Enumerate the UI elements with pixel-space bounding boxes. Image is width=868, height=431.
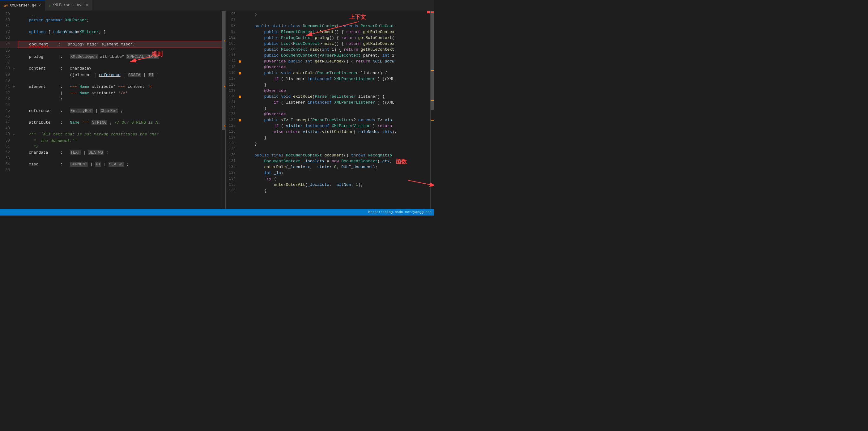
table-row: 33 xyxy=(0,35,225,41)
table-row: 52 chardata : TEXT | SEA_WS ; xyxy=(0,150,225,156)
scroll-marker-1 xyxy=(224,86,225,87)
scroll-marker-3 xyxy=(224,40,225,41)
table-row: 43 ; xyxy=(0,96,225,102)
table-row: 123 @Override xyxy=(226,111,434,117)
error-indicator xyxy=(427,11,430,13)
warning-marker-3 xyxy=(431,120,434,121)
tab-g4[interactable]: g4 XMLParser.g4 × xyxy=(0,0,45,10)
table-row: 35 xyxy=(0,48,225,54)
table-row: 134 try { xyxy=(226,176,434,182)
table-row: 30 parser grammar XMLParser; xyxy=(0,17,225,23)
table-row: 120 ↑ public void exitRule(ParseTreeList… xyxy=(226,94,434,99)
table-row: 124 ↑ public <T> T accept(ParseTreeVisit… xyxy=(226,117,434,123)
table-row: 119 @Override xyxy=(226,88,434,94)
table-row: 40 xyxy=(0,78,225,84)
table-row: 37 xyxy=(0,60,225,66)
table-row: 127 } xyxy=(226,135,434,141)
table-row: 135 enterOuterAlt(_localctx, altNum: 1); xyxy=(226,182,434,188)
java-icon: ☕ xyxy=(49,3,51,7)
table-row: 96 } xyxy=(226,11,434,17)
table-row: 29 ... xyxy=(0,11,225,17)
table-row: 133 int _la; xyxy=(226,170,434,176)
document-function-line: 130 public final DocumentContext documen… xyxy=(226,152,434,158)
highlighted-rule-line: 34 document : prolog? misc* element misc… xyxy=(0,41,225,48)
table-row: 55 xyxy=(0,167,225,173)
table-row: 129 xyxy=(226,147,434,152)
editors-row: 规则 29 xyxy=(0,11,434,209)
table-row: 47 attribute : Name '=' STRING ; // Our … xyxy=(0,120,225,126)
error-marker-top xyxy=(431,11,434,13)
table-row: 31 xyxy=(0,23,225,29)
table-row: 99 public ElementContext element() { ret… xyxy=(226,29,434,35)
g4-icon: g4 xyxy=(4,4,8,7)
table-row: 44 xyxy=(0,102,225,108)
tab-java-close[interactable]: × xyxy=(85,3,88,8)
table-row: 49 ▽ /** ``All text that is not markup c… xyxy=(0,131,225,138)
tab-bar: g4 XMLParser.g4 × ☕ XMLParser.java × xyxy=(0,0,434,11)
table-row: 98 public static class DocumentContext e… xyxy=(226,23,434,29)
table-row: 54 misc : COMMENT | PI | SEA_WS ; xyxy=(0,161,225,167)
tab-g4-label: XMLParser.g4 xyxy=(9,3,36,8)
table-row: 131 DocumentContext _localctx = new Docu… xyxy=(226,158,434,164)
left-code-area[interactable]: 规则 29 xyxy=(0,11,225,209)
left-scrollbar-thumb xyxy=(222,11,225,130)
right-code-lines: 96 } 97 98 public stati xyxy=(226,11,434,194)
table-row: 97 xyxy=(226,17,434,23)
table-row: 45 reference : EntityRef | CharRef ; xyxy=(0,108,225,114)
tab-java-label: XMLParser.java xyxy=(53,3,84,7)
table-row: 118 } xyxy=(226,82,434,88)
table-row: 116 public void enterRule(ParseTreeListe… xyxy=(226,70,434,76)
table-row: 38 ▽ content : chardata? xyxy=(0,66,225,72)
table-row: 108 public MiscContext misc(int i) { ret… xyxy=(226,47,434,53)
table-row: 128 } xyxy=(226,141,434,147)
table-row: 117 if ( listener instanceof XMLParserLi… xyxy=(226,76,434,82)
table-row: 105 public List<MiscContext> misc() { re… xyxy=(226,41,434,47)
editor-container: g4 XMLParser.g4 × ☕ XMLParser.java × 规则 xyxy=(0,0,434,216)
table-row: 42 | ~~~ Name attribute* '/>' xyxy=(0,90,225,96)
table-row: 125 if ( visitor instanceof XMLParserVis… xyxy=(226,123,434,129)
table-row: 115 @Override xyxy=(226,64,434,70)
warning-marker-1 xyxy=(431,70,434,71)
table-row: 50 * the document.'' xyxy=(0,138,225,144)
table-row: 41 ▽ element : ~~~ Name attribute* ~~~ c… xyxy=(0,84,225,90)
table-row: 39 ((element | reference | CDATA | PI | xyxy=(0,72,225,78)
left-code-lines: 29 ... 30 parser grammar XMLParser; 31 xyxy=(0,11,225,174)
status-bar: https://blog.csdn.net/yangguosb xyxy=(0,209,434,216)
table-row: 53 xyxy=(0,156,225,161)
tab-g4-close[interactable]: × xyxy=(38,3,41,8)
status-link[interactable]: https://blog.csdn.net/yangguosb xyxy=(368,210,432,214)
right-editor-pane: 上下文 函数 xyxy=(226,11,434,209)
table-row: 136 { xyxy=(226,188,434,193)
table-row: 51 */ xyxy=(0,144,225,150)
table-row: 46 xyxy=(0,114,225,120)
right-code-area[interactable]: 96 } 97 98 public stati xyxy=(226,11,434,209)
table-row: 48 xyxy=(0,126,225,131)
right-scrollbar[interactable] xyxy=(430,11,434,209)
table-row: 32 options { tokenVocab=XMLLexer; } xyxy=(0,29,225,35)
table-row: 102 public PrologContext prolog() { retu… xyxy=(226,35,434,41)
left-scrollbar[interactable] xyxy=(222,11,225,209)
table-row: 114 ↑ @Override public int getRuleIndex(… xyxy=(226,58,434,64)
scroll-marker-2 xyxy=(224,126,225,126)
table-row: 111 public DocumentContext(ParserRuleCon… xyxy=(226,53,434,58)
table-row: 121 if ( listener instanceof XMLParserLi… xyxy=(226,99,434,105)
left-editor-pane: 规则 29 xyxy=(0,11,226,209)
table-row: 122 } xyxy=(226,105,434,111)
table-row: 132 enterRule(_localctx, state: 0, RULE_… xyxy=(226,164,434,170)
table-row: 36 prolog : XMLDeclOpen attribute* SPECI… xyxy=(0,54,225,60)
tab-java[interactable]: ☕ XMLParser.java × xyxy=(45,0,92,10)
right-scrollbar-thumb xyxy=(431,11,434,110)
table-row: 126 else return visitor.visitChildren( r… xyxy=(226,129,434,135)
warning-marker-2 xyxy=(431,100,434,101)
